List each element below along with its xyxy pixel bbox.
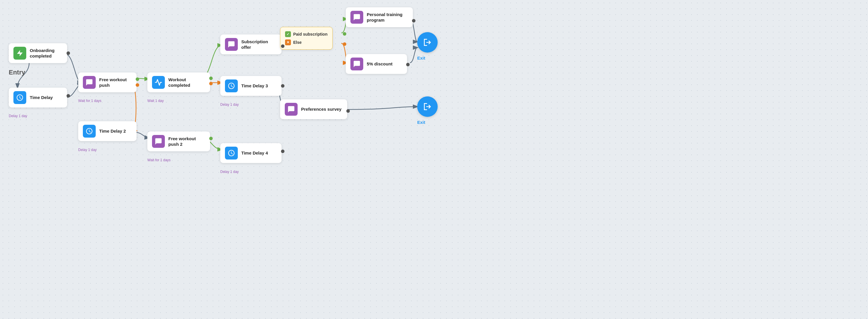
time-delay-icon [13, 91, 26, 104]
exit-2-label: Exit [417, 120, 425, 125]
exit-1-node[interactable] [417, 32, 438, 53]
condition-x-icon: ✕ [285, 39, 291, 45]
workout-completed-green-dot [209, 77, 213, 80]
discount-node[interactable]: 5% discount [346, 54, 407, 74]
preferences-survey-label: Preferences survey [301, 106, 341, 112]
subscription-offer-icon [225, 38, 238, 51]
time-delay-2-sublabel: Delay 1 day [78, 148, 97, 152]
onboarding-label: Onboarding completed [30, 48, 62, 59]
preferences-survey-right-dot [346, 109, 350, 113]
subscription-offer-right-dot [281, 45, 284, 48]
personal-training-right-dot [412, 19, 415, 23]
free-workout-push-1-label: Free workout push [99, 77, 132, 88]
exit-1-label: Exit [417, 56, 425, 60]
free-workout-push-2-sublabel: Wait for 1 days [147, 158, 171, 162]
onboarding-icon [13, 47, 26, 60]
time-delay-3-node[interactable]: Time Delay 3 [220, 76, 282, 96]
condition-paid-label: Paid subscription [293, 32, 328, 36]
condition-paid-row: ✓ Paid subscription [285, 30, 328, 38]
workout-completed-orange-dot [209, 82, 213, 85]
condition-else-label: Else [293, 40, 302, 45]
time-delay-2-icon [83, 125, 96, 138]
time-delay-4-sublabel: Delay 1 day [220, 170, 239, 174]
free-workout-push-1-sublabel: Wait for 1 days [78, 99, 101, 103]
condition-check-icon: ✓ [285, 31, 291, 37]
personal-training-node[interactable]: Personal training program [346, 7, 413, 27]
subscription-offer-label: Subscription offer [241, 39, 277, 50]
discount-label: 5% discount [367, 61, 393, 67]
onboarding-right-dot [66, 51, 70, 55]
free-workout-push-2-label: Free workout push 2 [168, 136, 206, 147]
time-delay-3-right-dot [281, 84, 284, 88]
free-workout-push-1-icon [83, 76, 96, 89]
condition-node[interactable]: ✓ Paid subscription ✕ Else [280, 27, 333, 50]
time-delay-4-node[interactable]: Time Delay 4 [220, 143, 282, 163]
time-delay-2-node[interactable]: Time Delay 2 [78, 121, 136, 141]
subscription-offer-node[interactable]: Subscription offer [220, 34, 282, 54]
time-delay-right-dot [66, 94, 70, 97]
personal-training-label: Personal training program [367, 12, 408, 23]
workout-completed-label: Workout completed [168, 77, 206, 88]
free-workout-push-2-icon [152, 135, 165, 148]
free-workout-push-2-green-dot [209, 137, 213, 140]
time-delay-2-label: Time Delay 2 [99, 128, 126, 134]
condition-else-dot [343, 42, 346, 46]
workout-completed-icon [152, 76, 165, 89]
workout-completed-node[interactable]: Workout completed [147, 72, 210, 92]
discount-right-dot [406, 63, 410, 66]
exit-2-node[interactable] [417, 96, 438, 117]
free-workout-push-2-node[interactable]: Free workout push 2 [147, 132, 210, 151]
free-workout-push-1-node[interactable]: Free workout push [78, 72, 136, 92]
time-delay-4-right-dot [281, 150, 284, 153]
time-delay-4-icon [225, 147, 238, 160]
time-delay-sublabel: Delay 1 day [9, 114, 27, 118]
condition-paid-dot [343, 32, 346, 36]
time-delay-node[interactable]: Time Delay [9, 88, 67, 108]
time-delay-4-label: Time Delay 4 [241, 150, 268, 156]
free-workout-push-1-orange-dot [136, 83, 139, 87]
entry-label: Entry [9, 69, 25, 76]
workout-completed-sublabel: Wait 1 day [147, 99, 164, 103]
preferences-survey-icon [285, 103, 298, 116]
preferences-survey-node[interactable]: Preferences survey [280, 99, 347, 119]
condition-else-row: ✕ Else [285, 38, 328, 47]
time-delay-label: Time Delay [30, 95, 53, 100]
time-delay-3-label: Time Delay 3 [241, 83, 268, 89]
time-delay-3-icon [225, 80, 238, 92]
time-delay-3-sublabel: Delay 1 day [220, 103, 239, 107]
free-workout-push-1-green-dot [136, 78, 139, 81]
personal-training-icon [350, 11, 363, 24]
discount-icon [350, 58, 363, 70]
onboarding-node[interactable]: Onboarding completed [9, 43, 67, 63]
